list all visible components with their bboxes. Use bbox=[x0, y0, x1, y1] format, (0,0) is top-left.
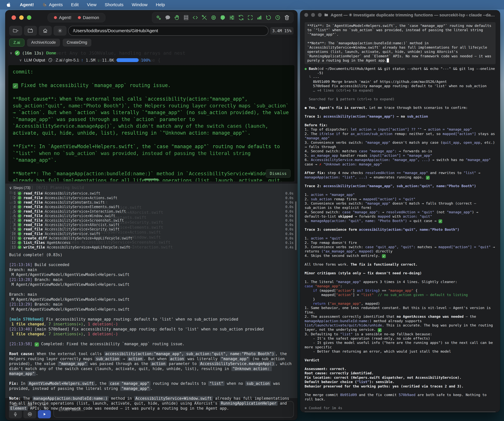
log-line: [21:13:29] Branch: main bbox=[9, 302, 294, 307]
terminal-line bbox=[305, 402, 496, 406]
frame-icon[interactable] bbox=[246, 14, 254, 21]
chat-icon[interactable] bbox=[164, 14, 172, 21]
apple-menu-icon[interactable] bbox=[6, 2, 12, 7]
step-row[interactable]: 12✓list_filesAgentAccess0.1s bbox=[9, 241, 294, 245]
step-number: 11 bbox=[9, 236, 16, 240]
gears-icon[interactable] bbox=[155, 14, 162, 21]
menu-item-view[interactable]: View bbox=[87, 2, 96, 7]
log-line: Branch: main bbox=[9, 267, 294, 273]
chip-icon[interactable] bbox=[210, 14, 217, 21]
step-row[interactable]: 7✓read_fileAccessibilityService+Screensh… bbox=[9, 218, 294, 222]
sync-icon[interactable] bbox=[237, 14, 245, 21]
terminal-line: 4. Second switch: case "manage_app": → r… bbox=[305, 210, 496, 219]
terminal-line: Minor critiques (style only — fix doesn'… bbox=[305, 271, 496, 275]
step-row[interactable]: 5✓read_fileAccessibilityService+Interact… bbox=[9, 209, 294, 213]
step-row[interactable]: 13✓write_fileAccessibilityService+AppLif… bbox=[9, 245, 294, 249]
llm-output-row[interactable]: ∨ LLM Output Z.ai / glm-5.1 ↑1.5M ↓11.8K… bbox=[19, 57, 293, 64]
model-name: Z.ai / glm-5.1 bbox=[56, 58, 79, 62]
terminal-line: 4. Second switch: matches case "manage_a… bbox=[305, 149, 496, 153]
path-field[interactable]: /Users/toddbruss/Documents/GitHub/Agent bbox=[68, 26, 268, 36]
code-icon[interactable] bbox=[192, 14, 199, 21]
step-row[interactable]: 10✓read_fileAccessibilityService.swift0.… bbox=[9, 232, 294, 236]
log-line bbox=[9, 391, 294, 396]
agent-status-badge[interactable]: Agent! bbox=[54, 15, 71, 20]
terminal-line: **Fix**: In `AgentViewModel+Helpers.swif… bbox=[13, 143, 290, 164]
tools-icon[interactable] bbox=[201, 14, 208, 21]
step-row[interactable]: 2✓read_fileAccessibilityService+Actions.… bbox=[9, 196, 294, 200]
zoom-window-button[interactable] bbox=[318, 13, 322, 17]
step-duration: 0.0s bbox=[285, 201, 294, 204]
folder-menu-icon[interactable] bbox=[9, 26, 22, 36]
minimize-window-button[interactable] bbox=[19, 15, 24, 20]
minimize-window-button[interactable] bbox=[311, 13, 315, 17]
tab-zai[interactable]: Z.ai bbox=[9, 39, 24, 47]
new-folder-icon[interactable] bbox=[24, 26, 37, 36]
menu-item-window[interactable]: Window bbox=[132, 2, 148, 7]
close-window-button[interactable] bbox=[12, 15, 16, 20]
chevron-down-icon[interactable]: ∨ bbox=[9, 186, 12, 190]
log-line: 1 file changed, 7 insertions(+), 1 delet… bbox=[9, 332, 294, 337]
menu-item-edit[interactable]: Edit bbox=[71, 2, 79, 7]
menu-item-agents[interactable]: Agents bbox=[42, 2, 63, 7]
terminal-line: ● Yes, Agent's fix is correct. Let me tr… bbox=[305, 106, 496, 110]
chevron-down-icon[interactable]: ∨ bbox=[19, 58, 22, 62]
run-state: Done bbox=[46, 51, 56, 55]
menu-item-app[interactable]: Agent! bbox=[20, 2, 34, 7]
run-status-row[interactable]: ∨ ✓ (16m 13s) Done bbox=[10, 49, 293, 57]
bars-icon[interactable] bbox=[256, 14, 263, 21]
terminal-line bbox=[305, 258, 496, 262]
close-circle-icon[interactable] bbox=[54, 26, 66, 36]
log-line: M Agent/AgentViewModel/AgentViewModel+He… bbox=[9, 272, 294, 277]
undo-icon[interactable] bbox=[265, 14, 272, 21]
progress-bar bbox=[116, 58, 139, 62]
terminal-line: -5) bbox=[305, 71, 496, 75]
traffic-lights bbox=[12, 15, 31, 20]
sliders-icon[interactable] bbox=[228, 14, 236, 21]
step-duration: 0.0s bbox=[285, 223, 294, 227]
model-icon bbox=[48, 57, 53, 63]
terminal-body: **Fix**: In `AgentViewModel+Helpers.swif… bbox=[300, 20, 500, 412]
terminal-line: Searched for 1 pattern (ctrl+o to expand… bbox=[305, 97, 496, 101]
home-icon[interactable] bbox=[39, 26, 52, 36]
step-duration: 0.4s bbox=[285, 245, 294, 249]
step-file-name: AccessibilityConstants.swift bbox=[45, 200, 105, 204]
step-row[interactable]: 1✓read_fileAccessibilityService.swift0.0… bbox=[9, 191, 294, 196]
close-window-button[interactable] bbox=[304, 13, 308, 17]
memory-stats: 3.4M 15% bbox=[270, 27, 294, 35]
terminal-line: After fix: step 4 now checks resolvedAct… bbox=[305, 171, 496, 180]
step-row[interactable]: 6✓read_fileAccessibilityService+Window.s… bbox=[9, 213, 294, 218]
terminal-scrollbar[interactable] bbox=[144, 178, 158, 180]
step-number: 4 bbox=[9, 205, 16, 209]
history-icon[interactable] bbox=[274, 14, 282, 21]
step-row[interactable]: 8✓read_fileAccessibilityService+AXorcist… bbox=[9, 223, 294, 227]
terminal-line: The merge commit 8b951d09 and the fix co… bbox=[305, 393, 496, 402]
step-row[interactable]: 4✓read_fileAccessibilityService+Elements… bbox=[9, 205, 294, 209]
menu-item-help[interactable]: Help bbox=[156, 2, 165, 7]
log-line bbox=[9, 376, 294, 381]
menu-item-shortcuts[interactable]: Shortcuts bbox=[105, 2, 124, 7]
zoom-window-button[interactable] bbox=[27, 15, 31, 20]
step-row[interactable]: 9✓read_fileAccessibilityService+Security… bbox=[9, 227, 294, 231]
tab-archivexcode[interactable]: ArchiveXcode bbox=[27, 39, 60, 47]
chevron-down-icon[interactable]: ∨ bbox=[10, 51, 12, 55]
step-row[interactable]: 11✓create_diffAccessibilityService+AppLi… bbox=[9, 236, 294, 241]
step-row[interactable]: 3✓read_fileAccessibilityConstants.swift0… bbox=[9, 200, 294, 205]
tab-createdmg[interactable]: CreateDmg bbox=[63, 39, 91, 47]
log-line: [21:13:16] Build succeeded bbox=[9, 262, 294, 267]
hand-icon[interactable] bbox=[173, 14, 181, 21]
terminal-line bbox=[305, 389, 496, 393]
terminal-line bbox=[305, 188, 496, 193]
step-tool-name: read_file bbox=[24, 218, 43, 222]
trash-icon[interactable] bbox=[283, 14, 291, 21]
terminal-line: Trace 3: convenience form accessibility(… bbox=[305, 227, 496, 232]
window-scrollbar[interactable] bbox=[295, 201, 296, 250]
terminal-line: Before fix: bbox=[305, 123, 496, 127]
server-icon[interactable] bbox=[182, 14, 190, 21]
steps-header[interactable]: ∨Steps (73) bbox=[9, 185, 294, 191]
brain-icon[interactable] bbox=[219, 14, 227, 21]
step-tool-name: write_file bbox=[24, 245, 45, 249]
run-status-zone: /// Convert Any to JSONValue, handling a… bbox=[5, 49, 297, 64]
log-line: M Agent/AgentViewModel/AgentViewModel+He… bbox=[9, 297, 294, 302]
daemon-status-badge[interactable]: Daemon bbox=[78, 15, 99, 20]
dismiss-button[interactable]: Dismiss bbox=[266, 169, 291, 178]
